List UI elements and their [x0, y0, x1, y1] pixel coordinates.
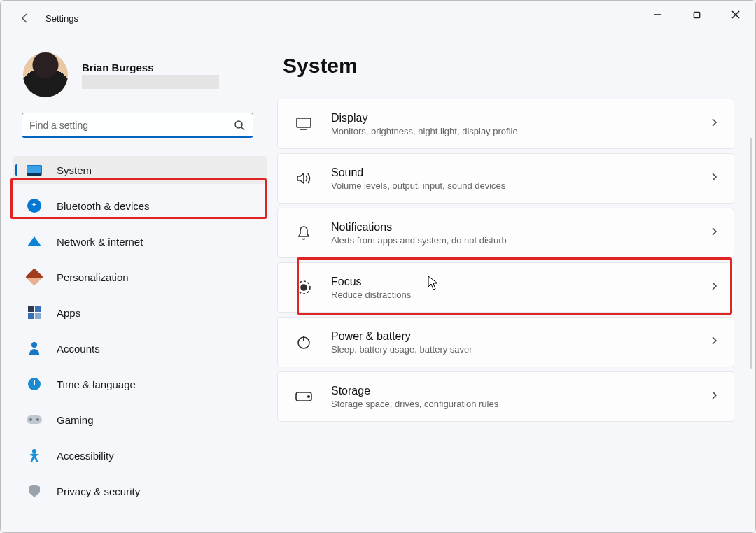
apps-icon — [26, 304, 43, 321]
paintbrush-icon — [26, 269, 43, 285]
back-button[interactable] — [18, 10, 33, 26]
person-icon — [26, 340, 43, 357]
sidebar: Brian Burgess System Bluetooth & devices — [1, 36, 277, 532]
chevron-right-icon — [710, 118, 718, 130]
card-title: Sound — [331, 166, 505, 180]
chevron-right-icon — [710, 390, 718, 403]
clock-globe-icon — [26, 376, 43, 392]
sidebar-item-bluetooth-devices[interactable]: Bluetooth & devices — [13, 192, 267, 220]
sidebar-item-label: Accounts — [57, 343, 100, 355]
sidebar-item-network-internet[interactable]: Network & internet — [13, 227, 267, 255]
svg-point-4 — [301, 285, 307, 290]
settings-card-notifications[interactable]: Notifications Alerts from apps and syste… — [277, 208, 734, 258]
card-text: Sound Volume levels, output, input, soun… — [331, 166, 505, 191]
sidebar-item-label: Network & internet — [57, 236, 143, 248]
card-text: Storage Storage space, drives, configura… — [331, 384, 498, 409]
sidebar-item-accessibility[interactable]: Accessibility — [13, 441, 267, 469]
avatar — [23, 52, 68, 97]
display-icon — [295, 115, 313, 133]
user-account-block[interactable]: Brian Burgess — [9, 36, 267, 113]
card-text: Focus Reduce distractions — [331, 275, 411, 300]
chevron-right-icon — [710, 227, 718, 239]
power-icon — [295, 333, 313, 351]
titlebar: Settings — [1, 1, 755, 36]
sidebar-item-system[interactable]: System — [13, 156, 267, 184]
wifi-icon — [26, 233, 43, 250]
sidebar-item-time-language[interactable]: Time & language — [13, 370, 267, 398]
settings-card-focus[interactable]: Focus Reduce distractions — [277, 262, 734, 313]
card-subtitle: Alerts from apps and system, do not dist… — [331, 235, 507, 246]
minimize-button[interactable] — [638, 1, 677, 29]
window-controls — [638, 1, 755, 29]
bell-icon — [295, 224, 313, 242]
sidebar-item-privacy-security[interactable]: Privacy & security — [13, 477, 267, 505]
svg-point-7 — [308, 396, 310, 398]
card-subtitle: Sleep, battery usage, battery saver — [331, 344, 472, 355]
sidebar-item-label: System — [57, 164, 92, 176]
search-wrapper — [22, 113, 253, 138]
chevron-right-icon — [710, 281, 718, 294]
settings-card-display[interactable]: Display Monitors, brightness, night ligh… — [277, 99, 734, 149]
sidebar-item-label: Bluetooth & devices — [57, 200, 150, 212]
close-button[interactable] — [716, 1, 755, 29]
nav-list: System Bluetooth & devices Network & int… — [9, 156, 267, 505]
settings-card-sound[interactable]: Sound Volume levels, output, input, soun… — [277, 153, 734, 204]
focus-icon — [295, 278, 313, 297]
user-email-placeholder — [82, 75, 219, 89]
svg-point-1 — [235, 121, 242, 128]
card-subtitle: Reduce distractions — [331, 290, 411, 300]
card-text: Notifications Alerts from apps and syste… — [331, 220, 507, 246]
sidebar-item-label: Gaming — [57, 414, 94, 426]
sound-icon — [295, 169, 313, 187]
card-text: Power & battery Sleep, battery usage, ba… — [331, 329, 472, 355]
card-title: Power & battery — [331, 329, 472, 343]
card-subtitle: Volume levels, output, input, sound devi… — [331, 180, 505, 191]
svg-rect-2 — [297, 118, 311, 127]
sidebar-item-gaming[interactable]: Gaming — [13, 406, 267, 434]
bluetooth-icon — [26, 197, 43, 214]
svg-rect-0 — [694, 12, 699, 17]
card-title: Focus — [331, 275, 411, 289]
user-name: Brian Burgess — [82, 62, 219, 73]
scrollbar[interactable] — [750, 138, 752, 369]
sidebar-item-accounts[interactable]: Accounts — [13, 334, 267, 362]
maximize-button[interactable] — [677, 1, 716, 29]
card-subtitle: Storage space, drives, configuration rul… — [331, 399, 498, 409]
search-icon — [234, 120, 245, 131]
app-title: Settings — [46, 13, 78, 24]
chevron-right-icon — [710, 172, 718, 185]
content-area: System Display Monitors, brightness, nig… — [277, 36, 755, 532]
settings-card-power-battery[interactable]: Power & battery Sleep, battery usage, ba… — [277, 317, 734, 367]
sidebar-item-personalization[interactable]: Personalization — [13, 263, 267, 291]
sidebar-item-label: Apps — [57, 307, 80, 319]
shield-icon — [26, 483, 43, 499]
card-text: Display Monitors, brightness, night ligh… — [331, 111, 518, 136]
page-title: System — [283, 54, 734, 78]
sidebar-item-label: Privacy & security — [57, 485, 140, 497]
sidebar-item-label: Personalization — [57, 271, 129, 283]
sidebar-item-label: Accessibility — [57, 450, 114, 462]
card-title: Notifications — [331, 220, 507, 234]
card-title: Storage — [331, 384, 498, 398]
card-subtitle: Monitors, brightness, night light, displ… — [331, 126, 518, 136]
chevron-right-icon — [710, 336, 718, 348]
system-icon — [26, 162, 43, 178]
gamepad-icon — [26, 411, 43, 428]
accessibility-icon — [26, 447, 43, 464]
sidebar-item-apps[interactable]: Apps — [13, 299, 267, 327]
settings-window: Settings Brian Burgess — [0, 0, 756, 533]
card-title: Display — [331, 111, 518, 125]
search-input[interactable] — [22, 113, 253, 138]
settings-card-storage[interactable]: Storage Storage space, drives, configura… — [277, 371, 734, 422]
storage-icon — [295, 388, 313, 406]
sidebar-item-label: Time & language — [57, 378, 136, 390]
